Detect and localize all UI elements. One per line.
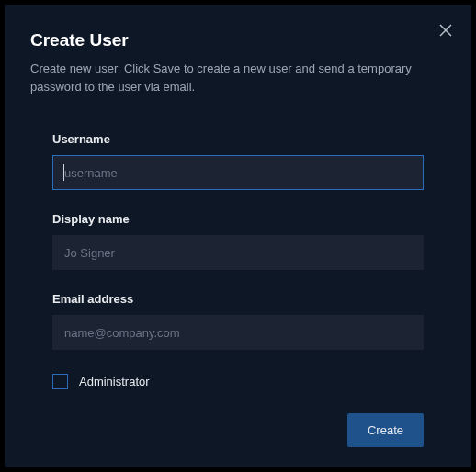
username-input-wrap [52,155,424,190]
email-label: Email address [52,292,424,306]
username-input[interactable] [52,155,424,190]
username-label: Username [52,132,424,146]
email-input[interactable] [52,315,424,350]
administrator-checkbox[interactable] [52,374,68,389]
username-group: Username [52,132,424,190]
modal-title: Create User [30,30,446,51]
form-section: Username Display name Email address Admi… [30,132,446,447]
display-name-label: Display name [52,212,424,226]
email-group: Email address [52,292,424,350]
administrator-label: Administrator [79,375,150,388]
modal-description: Create new user. Click Save to create a … [30,60,444,96]
close-button[interactable] [436,21,455,39]
create-button[interactable]: Create [347,413,424,447]
administrator-row: Administrator [52,374,424,389]
display-name-input[interactable] [52,235,424,270]
display-name-group: Display name [52,212,424,270]
actions-row: Create [52,413,424,447]
create-user-modal: Create User Create new user. Click Save … [5,5,471,467]
text-cursor [63,164,64,181]
close-icon [439,24,452,37]
